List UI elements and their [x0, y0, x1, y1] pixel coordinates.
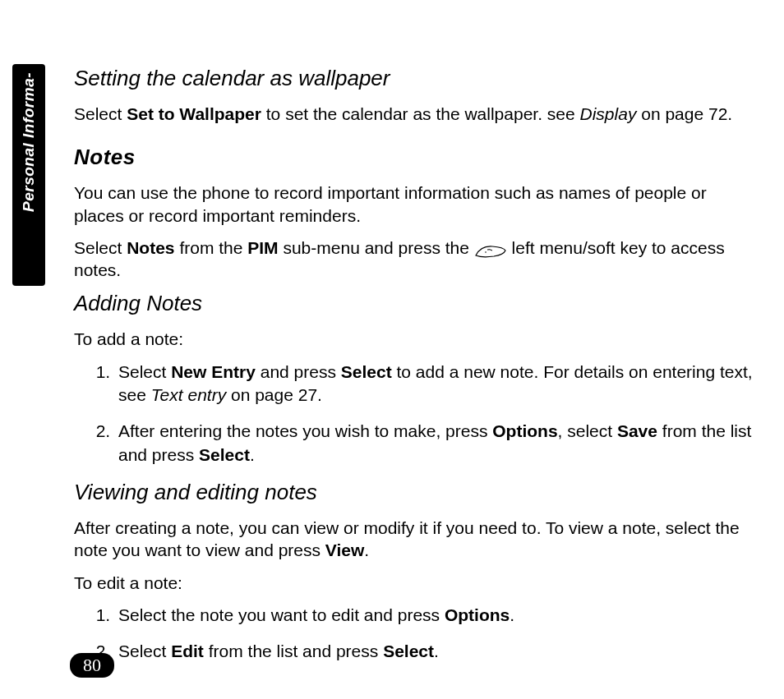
page-number-badge: 80 [70, 653, 114, 678]
list-item: Select the note you want to edit and pre… [115, 604, 759, 627]
text-run: . [434, 642, 439, 660]
text-run: sub-menu and press the [279, 238, 474, 257]
text-run: , select [558, 421, 617, 440]
heading-viewing-editing-notes: Viewing and editing notes [74, 480, 759, 505]
text-run: Select the note you want to edit and pre… [118, 605, 445, 624]
text-run: After entering the notes you wish to mak… [118, 421, 492, 440]
paragraph-calendar-wallpaper: Select Set to Wallpaper to set the calen… [74, 103, 759, 125]
menu-item-select: Select [199, 445, 250, 464]
text-run: . [250, 445, 255, 464]
menu-item-edit: Edit [171, 642, 204, 660]
text-run: Select [118, 362, 171, 381]
text-run: on page 27. [231, 385, 322, 404]
list-item: Select New Entry and press Select to add… [115, 361, 759, 407]
paragraph-edit-intro: To edit a note: [74, 572, 759, 594]
menu-item-select: Select [341, 362, 392, 381]
soft-key-icon [474, 241, 507, 256]
menu-item-save: Save [617, 421, 657, 440]
steps-add-note: Select New Entry and press Select to add… [74, 361, 759, 467]
page-number-value: 80 [83, 655, 101, 675]
text-run: and press [256, 362, 341, 381]
chapter-side-tab: Personal Informa- [12, 64, 45, 286]
text-run: After creating a note, you can view or m… [74, 518, 740, 559]
chapter-side-tab-label: Personal Informa- [13, 72, 44, 212]
menu-item-notes: Notes [127, 238, 174, 257]
menu-item-pim: PIM [247, 238, 278, 257]
cross-reference-display: Display [580, 104, 637, 123]
list-item: After entering the notes you wish to mak… [115, 420, 759, 467]
paragraph-add-intro: To add a note: [74, 328, 759, 350]
svg-point-0 [485, 252, 487, 254]
menu-item-set-to-wallpaper: Set to Wallpaper [127, 104, 261, 123]
text-run: from the list and press [204, 642, 383, 660]
menu-item-options: Options [445, 605, 510, 624]
text-run: on page 72. [636, 104, 732, 123]
text-run: . [364, 540, 369, 559]
paragraph-notes-intro: You can use the phone to record importan… [74, 182, 759, 227]
paragraph-notes-access: Select Notes from the PIM sub-menu and p… [74, 237, 759, 282]
heading-adding-notes: Adding Notes [74, 291, 759, 316]
text-run: Select [74, 104, 127, 123]
paragraph-viewing-notes: After creating a note, you can view or m… [74, 517, 759, 562]
text-run: from the [175, 238, 248, 257]
menu-item-new-entry: New Entry [171, 362, 256, 381]
menu-item-view: View [325, 540, 364, 559]
section-title-notes: Notes [74, 145, 759, 170]
text-run: Select [118, 642, 171, 660]
text-run: Select [74, 238, 127, 257]
menu-item-select: Select [383, 642, 434, 660]
steps-edit-note: Select the note you want to edit and pre… [74, 604, 759, 664]
list-item: Select Edit from the list and press Sele… [115, 640, 759, 663]
cross-reference-text-entry: Text entry [151, 385, 231, 404]
manual-page: Personal Informa- Setting the calendar a… [0, 0, 784, 699]
text-run: . [510, 605, 514, 624]
menu-item-options: Options [492, 421, 557, 440]
heading-calendar-wallpaper: Setting the calendar as wallpaper [74, 66, 759, 91]
text-run: to set the calendar as the wallpaper. se… [261, 104, 580, 123]
